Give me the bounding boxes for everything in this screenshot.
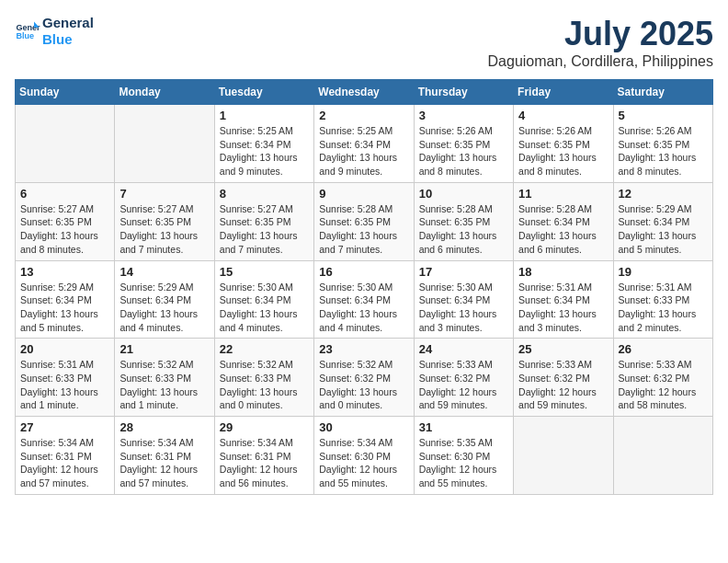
day-info: Sunrise: 5:33 AMSunset: 6:32 PMDaylight:…: [419, 358, 508, 412]
weekday-header: Wednesday: [314, 80, 414, 105]
calendar-cell: [613, 417, 712, 495]
day-info: Sunrise: 5:25 AMSunset: 6:34 PMDaylight:…: [319, 124, 408, 178]
calendar-cell: [16, 105, 115, 183]
day-number: 11: [518, 187, 608, 201]
day-number: 20: [20, 342, 109, 356]
day-number: 10: [419, 187, 508, 201]
logo-line1: General: [42, 15, 94, 31]
day-info: Sunrise: 5:27 AMSunset: 6:35 PMDaylight:…: [220, 202, 309, 257]
day-info: Sunrise: 5:28 AMSunset: 6:35 PMDaylight:…: [319, 202, 408, 257]
logo-line2: Blue: [42, 31, 94, 48]
day-info: Sunrise: 5:34 AMSunset: 6:30 PMDaylight:…: [319, 436, 408, 490]
day-number: 8: [220, 187, 309, 201]
calendar-cell: 17 Sunrise: 5:30 AMSunset: 6:34 PMDaylig…: [414, 260, 513, 339]
day-info: Sunrise: 5:34 AMSunset: 6:31 PMDaylight:…: [220, 436, 309, 490]
day-info: Sunrise: 5:31 AMSunset: 6:34 PMDaylight:…: [518, 281, 608, 335]
calendar-cell: 16 Sunrise: 5:30 AMSunset: 6:34 PMDaylig…: [314, 260, 414, 339]
day-info: Sunrise: 5:29 AMSunset: 6:34 PMDaylight:…: [119, 281, 209, 335]
day-number: 4: [518, 109, 608, 122]
calendar-cell: 4 Sunrise: 5:26 AMSunset: 6:35 PMDayligh…: [514, 105, 613, 183]
day-info: Sunrise: 5:30 AMSunset: 6:34 PMDaylight:…: [220, 281, 309, 335]
calendar-body: 1 Sunrise: 5:25 AMSunset: 6:34 PMDayligh…: [16, 105, 713, 495]
calendar-cell: 2 Sunrise: 5:25 AMSunset: 6:34 PMDayligh…: [314, 105, 414, 183]
month-title: July 2025: [488, 15, 713, 53]
calendar-week-row: 1 Sunrise: 5:25 AMSunset: 6:34 PMDayligh…: [16, 105, 713, 183]
day-number: 9: [319, 187, 408, 201]
calendar-cell: 21 Sunrise: 5:32 AMSunset: 6:33 PMDaylig…: [115, 339, 214, 417]
calendar-cell: 25 Sunrise: 5:33 AMSunset: 6:32 PMDaylig…: [514, 339, 613, 417]
day-info: Sunrise: 5:26 AMSunset: 6:35 PMDaylight:…: [419, 124, 508, 178]
calendar-cell: [115, 105, 214, 183]
day-info: Sunrise: 5:28 AMSunset: 6:34 PMDaylight:…: [518, 202, 608, 257]
calendar-cell: 22 Sunrise: 5:32 AMSunset: 6:33 PMDaylig…: [214, 339, 313, 417]
calendar-cell: 27 Sunrise: 5:34 AMSunset: 6:31 PMDaylig…: [16, 417, 115, 495]
calendar-cell: 24 Sunrise: 5:33 AMSunset: 6:32 PMDaylig…: [414, 339, 513, 417]
calendar-cell: 9 Sunrise: 5:28 AMSunset: 6:35 PMDayligh…: [314, 182, 414, 260]
day-number: 7: [119, 187, 209, 201]
calendar-table: SundayMondayTuesdayWednesdayThursdayFrid…: [15, 79, 713, 495]
day-number: 14: [119, 265, 209, 279]
day-info: Sunrise: 5:31 AMSunset: 6:33 PMDaylight:…: [20, 358, 109, 412]
day-number: 13: [20, 265, 109, 279]
calendar-cell: 11 Sunrise: 5:28 AMSunset: 6:34 PMDaylig…: [514, 182, 613, 260]
day-number: 30: [319, 420, 408, 434]
calendar-cell: 3 Sunrise: 5:26 AMSunset: 6:35 PMDayligh…: [414, 105, 513, 183]
calendar-header: SundayMondayTuesdayWednesdayThursdayFrid…: [16, 80, 713, 105]
day-number: 19: [619, 265, 708, 279]
day-info: Sunrise: 5:30 AMSunset: 6:34 PMDaylight:…: [319, 281, 408, 335]
day-info: Sunrise: 5:26 AMSunset: 6:35 PMDaylight:…: [619, 124, 708, 178]
calendar-cell: 13 Sunrise: 5:29 AMSunset: 6:34 PMDaylig…: [16, 260, 115, 339]
day-info: Sunrise: 5:30 AMSunset: 6:34 PMDaylight:…: [419, 281, 508, 335]
svg-text:Blue: Blue: [16, 31, 34, 40]
day-info: Sunrise: 5:29 AMSunset: 6:34 PMDaylight:…: [619, 202, 708, 257]
calendar-cell: 26 Sunrise: 5:33 AMSunset: 6:32 PMDaylig…: [613, 339, 712, 417]
calendar-week-row: 20 Sunrise: 5:31 AMSunset: 6:33 PMDaylig…: [16, 339, 713, 417]
logo-icon: General Blue: [15, 18, 40, 44]
calendar-week-row: 27 Sunrise: 5:34 AMSunset: 6:31 PMDaylig…: [16, 417, 713, 495]
calendar-cell: 29 Sunrise: 5:34 AMSunset: 6:31 PMDaylig…: [214, 417, 313, 495]
calendar-cell: 15 Sunrise: 5:30 AMSunset: 6:34 PMDaylig…: [214, 260, 313, 339]
day-number: 21: [119, 342, 209, 356]
calendar-cell: 23 Sunrise: 5:32 AMSunset: 6:32 PMDaylig…: [314, 339, 414, 417]
calendar-cell: [514, 417, 613, 495]
day-number: 27: [20, 420, 109, 434]
weekday-header: Tuesday: [214, 80, 313, 105]
day-info: Sunrise: 5:32 AMSunset: 6:33 PMDaylight:…: [220, 358, 309, 412]
calendar-cell: 28 Sunrise: 5:34 AMSunset: 6:31 PMDaylig…: [115, 417, 214, 495]
day-number: 28: [119, 420, 209, 434]
page-header: General Blue General Blue July 2025 Dagu…: [15, 15, 713, 70]
day-number: 15: [220, 265, 309, 279]
day-number: 16: [319, 265, 408, 279]
day-number: 18: [518, 265, 608, 279]
logo: General Blue General Blue: [15, 15, 94, 48]
calendar-week-row: 13 Sunrise: 5:29 AMSunset: 6:34 PMDaylig…: [16, 260, 713, 339]
weekday-header: Friday: [514, 80, 613, 105]
calendar-cell: 10 Sunrise: 5:28 AMSunset: 6:35 PMDaylig…: [414, 182, 513, 260]
day-info: Sunrise: 5:34 AMSunset: 6:31 PMDaylight:…: [119, 436, 209, 490]
day-info: Sunrise: 5:27 AMSunset: 6:35 PMDaylight:…: [119, 202, 209, 257]
day-info: Sunrise: 5:35 AMSunset: 6:30 PMDaylight:…: [419, 436, 508, 490]
day-info: Sunrise: 5:31 AMSunset: 6:33 PMDaylight:…: [619, 281, 708, 335]
day-info: Sunrise: 5:25 AMSunset: 6:34 PMDaylight:…: [220, 124, 309, 178]
day-number: 12: [619, 187, 708, 201]
day-info: Sunrise: 5:26 AMSunset: 6:35 PMDaylight:…: [518, 124, 608, 178]
day-number: 6: [20, 187, 109, 201]
calendar-cell: 12 Sunrise: 5:29 AMSunset: 6:34 PMDaylig…: [613, 182, 712, 260]
calendar-cell: 30 Sunrise: 5:34 AMSunset: 6:30 PMDaylig…: [314, 417, 414, 495]
day-info: Sunrise: 5:27 AMSunset: 6:35 PMDaylight:…: [20, 202, 109, 257]
calendar-cell: 1 Sunrise: 5:25 AMSunset: 6:34 PMDayligh…: [214, 105, 313, 183]
day-number: 1: [220, 109, 309, 122]
day-number: 22: [220, 342, 309, 356]
calendar-cell: 19 Sunrise: 5:31 AMSunset: 6:33 PMDaylig…: [613, 260, 712, 339]
day-info: Sunrise: 5:28 AMSunset: 6:35 PMDaylight:…: [419, 202, 508, 257]
calendar-cell: 6 Sunrise: 5:27 AMSunset: 6:35 PMDayligh…: [16, 182, 115, 260]
day-info: Sunrise: 5:33 AMSunset: 6:32 PMDaylight:…: [518, 358, 608, 412]
calendar-cell: 5 Sunrise: 5:26 AMSunset: 6:35 PMDayligh…: [613, 105, 712, 183]
day-info: Sunrise: 5:32 AMSunset: 6:32 PMDaylight:…: [319, 358, 408, 412]
day-number: 23: [319, 342, 408, 356]
calendar-cell: 8 Sunrise: 5:27 AMSunset: 6:35 PMDayligh…: [214, 182, 313, 260]
day-info: Sunrise: 5:29 AMSunset: 6:34 PMDaylight:…: [20, 281, 109, 335]
calendar-cell: 7 Sunrise: 5:27 AMSunset: 6:35 PMDayligh…: [115, 182, 214, 260]
day-number: 17: [419, 265, 508, 279]
calendar-week-row: 6 Sunrise: 5:27 AMSunset: 6:35 PMDayligh…: [16, 182, 713, 260]
